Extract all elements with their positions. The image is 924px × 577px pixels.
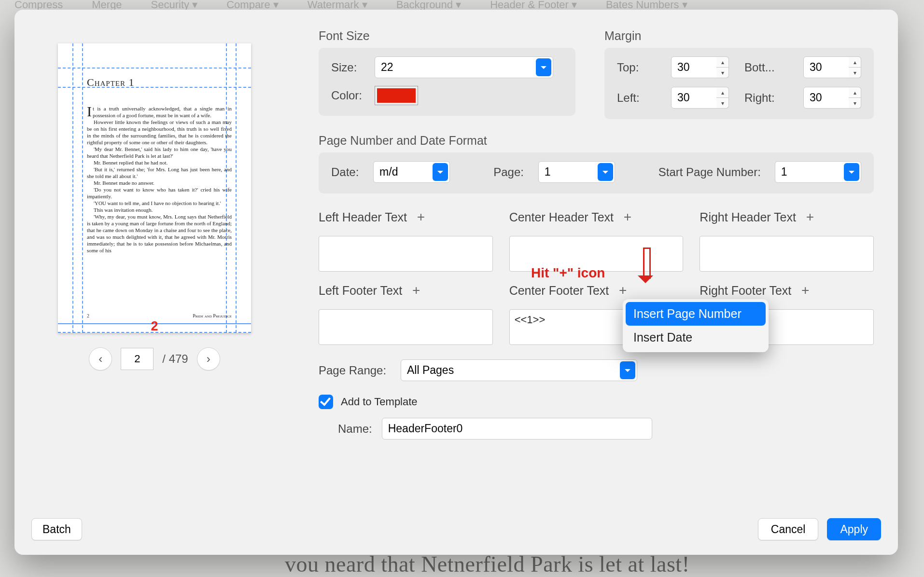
- left-footer-label: Left Footer Text: [319, 284, 402, 298]
- preview-chapter-title: Chapter 1: [87, 76, 135, 89]
- plus-icon[interactable]: +: [798, 283, 812, 298]
- annotation-arrow-icon: [640, 247, 651, 293]
- stepper-icon[interactable]: ▴▾: [716, 87, 729, 109]
- preview-pager: ‹ / 479 ›: [58, 347, 251, 371]
- plus-icon[interactable]: +: [620, 210, 635, 224]
- insert-date-item[interactable]: Insert Date: [626, 326, 766, 349]
- start-page-label: Start Page Number:: [658, 165, 760, 179]
- add-to-template-checkbox[interactable]: [319, 395, 333, 409]
- chevron-down-icon[interactable]: [433, 163, 448, 181]
- left-header-label: Left Header Text: [319, 210, 407, 224]
- margin-right-label: Right:: [744, 91, 788, 105]
- font-size-section-title: Font Size: [319, 29, 575, 43]
- preview-inserted-page-number: 2: [58, 319, 251, 333]
- stepper-icon[interactable]: ▴▾: [849, 56, 861, 78]
- preview-foot-right: Pride and Prejudice: [193, 313, 232, 318]
- center-footer-plus-icon[interactable]: +: [616, 283, 630, 298]
- center-header-label: Center Header Text: [509, 210, 614, 224]
- template-name-label: Name:: [338, 422, 372, 436]
- right-footer-label: Right Footer Text: [700, 284, 791, 298]
- page-preview: Chapter 1 It is a truth universally ackn…: [58, 43, 251, 333]
- pn-section-title: Page Number and Date Format: [319, 134, 874, 148]
- margin-left-label: Left:: [617, 91, 656, 105]
- page-total: / 479: [162, 352, 188, 366]
- chevron-left-icon: ‹: [98, 352, 102, 366]
- chevron-down-icon[interactable]: [844, 163, 859, 181]
- chevron-down-icon[interactable]: [536, 58, 551, 76]
- margin-panel: Top: ▴▾ Bott... ▴▾ Left: ▴▾ Right: ▴▾: [604, 48, 874, 119]
- font-size-combo[interactable]: [375, 56, 553, 78]
- chevron-down-icon[interactable]: [620, 361, 635, 379]
- font-color-swatch[interactable]: [375, 86, 418, 105]
- prev-page-button[interactable]: ‹: [89, 347, 112, 371]
- page-label: Page:: [493, 165, 523, 179]
- color-label: Color:: [331, 89, 364, 102]
- apply-button[interactable]: Apply: [827, 518, 881, 540]
- insert-popup-menu: Insert Page Number Insert Date: [623, 299, 769, 352]
- background-document-text: vou neard that Netnerfield Park is let a…: [285, 551, 689, 577]
- right-header-input[interactable]: [700, 236, 874, 272]
- font-size-panel: Size: Color:: [319, 48, 575, 116]
- plus-icon[interactable]: +: [414, 210, 428, 224]
- template-name-input[interactable]: [382, 418, 652, 440]
- insert-page-number-item[interactable]: Insert Page Number: [626, 302, 766, 326]
- center-footer-label: Center Footer Text: [509, 284, 609, 298]
- left-footer-input[interactable]: [319, 309, 493, 345]
- preview-column: Chapter 1 It is a truth universally ackn…: [58, 43, 261, 371]
- margin-bottom-label: Bott...: [744, 61, 788, 74]
- stepper-icon[interactable]: ▴▾: [849, 87, 861, 109]
- background-toolbar: Compress Merge Security ▾ Compare ▾ Wate…: [0, 0, 924, 10]
- chevron-right-icon: ›: [207, 352, 210, 366]
- right-header-label: Right Header Text: [700, 210, 796, 224]
- margin-section-title: Margin: [604, 29, 874, 43]
- plus-icon[interactable]: +: [803, 210, 817, 224]
- header-footer-dialog: Chapter 1 It is a truth universally ackn…: [14, 10, 898, 555]
- chevron-down-icon[interactable]: [598, 163, 613, 181]
- annotation-text: Hit "+" icon: [531, 265, 605, 281]
- date-label: Date:: [331, 165, 359, 179]
- page-range-label: Page Range:: [319, 364, 391, 377]
- cancel-button[interactable]: Cancel: [758, 518, 819, 540]
- preview-body: It is a truth universally acknowledged, …: [87, 105, 232, 254]
- left-header-input[interactable]: [319, 236, 493, 272]
- stepper-icon[interactable]: ▴▾: [716, 56, 729, 78]
- add-to-template-label: Add to Template: [341, 396, 418, 408]
- pn-panel: Date: Page: Start Page Number:: [319, 152, 874, 193]
- size-label: Size:: [331, 61, 364, 74]
- page-range-combo[interactable]: [401, 359, 637, 381]
- preview-foot-left: 2: [87, 313, 89, 318]
- batch-button[interactable]: Batch: [31, 518, 82, 540]
- plus-icon[interactable]: +: [409, 283, 423, 298]
- next-page-button[interactable]: ›: [197, 347, 220, 371]
- page-number-input[interactable]: [121, 348, 154, 370]
- margin-top-label: Top:: [617, 61, 656, 74]
